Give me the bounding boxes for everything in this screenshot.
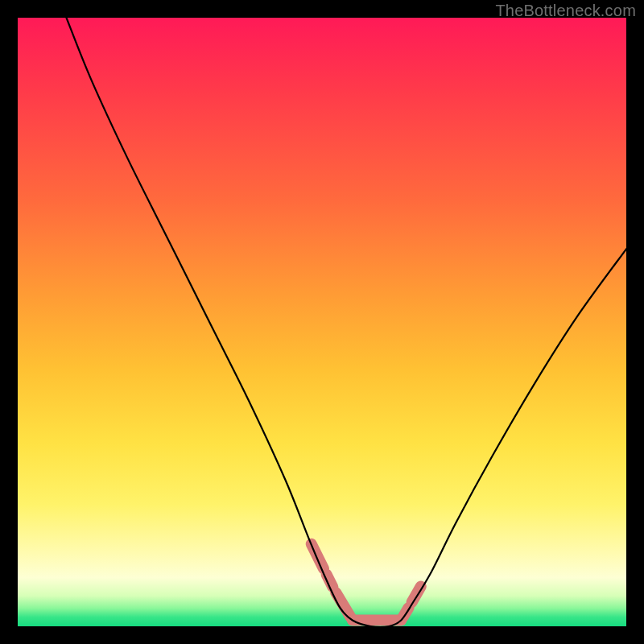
valley-marker-segment (412, 587, 421, 603)
chart-frame: TheBottleneck.com (0, 0, 644, 644)
chart-svg (18, 18, 626, 626)
bottleneck-curve-path (66, 18, 626, 626)
plot-area (18, 18, 626, 626)
